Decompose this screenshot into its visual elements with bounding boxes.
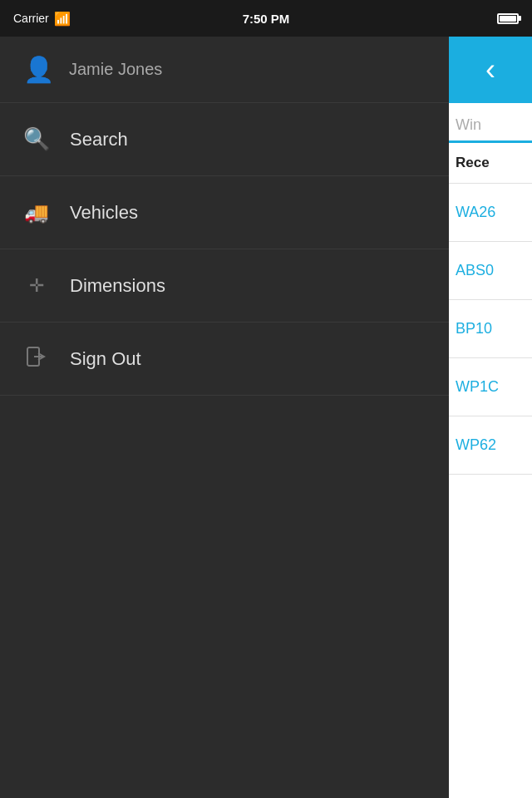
carrier-label: Carrier [13, 12, 49, 25]
right-panel-tab[interactable]: Win [449, 103, 532, 143]
dimensions-icon: ✛ [23, 275, 50, 297]
user-name: Jamie Jones [69, 60, 162, 79]
truck-icon: 🚚 [23, 201, 50, 224]
battery-icon [497, 13, 519, 24]
recent-section-header: Rece [449, 143, 532, 184]
status-bar: Carrier 📶 7:50 PM [0, 0, 532, 37]
sidebar-item-vehicles-label: Vehicles [70, 202, 138, 224]
list-item[interactable]: BP10 [449, 300, 532, 358]
back-button[interactable]: ‹ [485, 52, 495, 87]
wifi-icon: 📶 [54, 11, 71, 27]
sidebar-item-signout[interactable]: Sign Out [0, 323, 449, 396]
recent-label-text: Rece [456, 155, 490, 170]
item-text: BP10 [456, 320, 492, 337]
tab-label: Win [456, 116, 481, 133]
item-text: WP62 [456, 436, 496, 454]
list-item[interactable]: WP62 [449, 416, 532, 475]
item-text: WA26 [456, 204, 495, 221]
item-text: ABS0 [456, 262, 494, 279]
item-text: WP1C [456, 378, 499, 396]
status-time: 7:50 PM [243, 12, 290, 26]
status-left: Carrier 📶 [13, 11, 71, 27]
sidebar-item-dimensions-label: Dimensions [70, 275, 165, 297]
user-avatar-icon: 👤 [23, 55, 54, 84]
signout-icon [23, 346, 50, 372]
sidebar-item-search-label: Search [70, 129, 128, 150]
list-item[interactable]: WA26 [449, 184, 532, 242]
right-panel: ‹ Win Rece WA26 ABS0 BP10 WP1C WP62 [449, 37, 532, 798]
status-right [497, 13, 519, 24]
sidebar-menu: 🔍 Search 🚚 Vehicles ✛ Dimensions [0, 103, 449, 396]
main-layout: 👤 Jamie Jones 🔍 Search 🚚 Vehicles ✛ Dime… [0, 37, 532, 798]
sidebar-item-search[interactable]: 🔍 Search [0, 103, 449, 176]
list-item[interactable]: ABS0 [449, 242, 532, 300]
sidebar-item-vehicles[interactable]: 🚚 Vehicles [0, 176, 449, 249]
list-item[interactable]: WP1C [449, 358, 532, 416]
search-icon: 🔍 [23, 126, 50, 152]
right-panel-header: ‹ [449, 37, 532, 103]
sidebar-item-signout-label: Sign Out [70, 348, 141, 370]
sidebar-user-header: 👤 Jamie Jones [0, 37, 449, 103]
sidebar: 👤 Jamie Jones 🔍 Search 🚚 Vehicles ✛ Dime… [0, 37, 449, 798]
sidebar-item-dimensions[interactable]: ✛ Dimensions [0, 249, 449, 323]
